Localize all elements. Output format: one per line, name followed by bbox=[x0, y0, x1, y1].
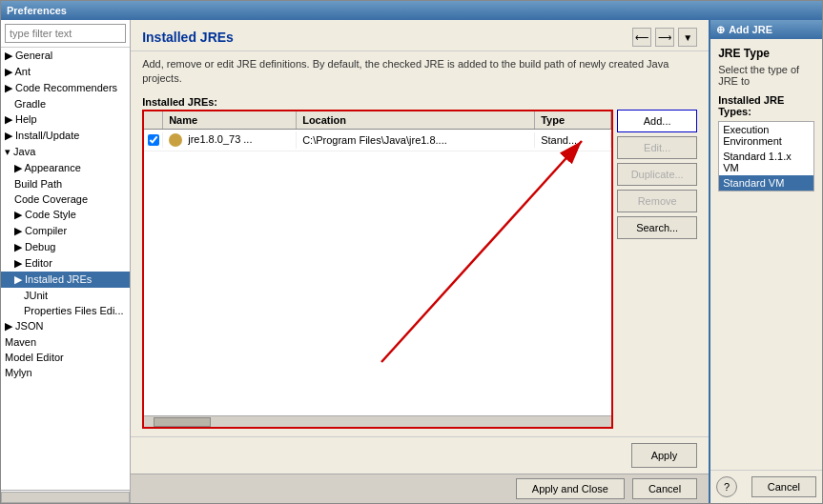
sidebar-item-installed-jres[interactable]: ▶ Installed JREs bbox=[1, 272, 130, 288]
filter-input[interactable] bbox=[5, 24, 126, 43]
jre-name-text: jre1.8.0_73 ... bbox=[188, 133, 252, 145]
type-col-header: Type bbox=[535, 111, 611, 129]
sidebar-item-help[interactable]: ▶ Help bbox=[1, 111, 130, 128]
sidebar-item-properties-files-edi[interactable]: Properties Files Edi... bbox=[1, 303, 130, 318]
jre-table-container: Name Location Type bbox=[142, 110, 613, 429]
panel-toolbar: ⟵ ⟶ ▼ bbox=[632, 28, 697, 47]
panel-header: Installed JREs ⟵ ⟶ ▼ bbox=[131, 20, 709, 51]
back-button[interactable]: ⟵ bbox=[632, 28, 651, 47]
checkbox-col-header bbox=[144, 111, 163, 129]
add-jre-title-bar: ⊕ Add JRE bbox=[710, 20, 822, 39]
main-content: ▶ General▶ Ant▶ Code Recommenders Gradle… bbox=[1, 20, 822, 503]
right-panel-content: JRE Type Select the type of JRE to Insta… bbox=[710, 39, 822, 470]
panel-title: Installed JREs bbox=[142, 30, 234, 45]
sidebar-item-installupdate[interactable]: ▶ Install/Update bbox=[1, 128, 130, 144]
installed-jre-types-label: Installed JRE Types: bbox=[718, 94, 814, 117]
checkbox-col[interactable] bbox=[144, 132, 163, 148]
sidebar-item-build-path[interactable]: Build Path bbox=[1, 176, 130, 192]
cancel-button[interactable]: Cancel bbox=[632, 478, 697, 499]
sidebar-hscroll[interactable] bbox=[1, 492, 130, 503]
sidebar: ▶ General▶ Ant▶ Code Recommenders Gradle… bbox=[1, 20, 131, 503]
sidebar-item-editor[interactable]: ▶ Editor bbox=[1, 255, 130, 272]
jre-type-title: JRE Type bbox=[718, 47, 814, 60]
table-row[interactable]: jre1.8.0_73 ... C:\Program Files\Java\jr… bbox=[144, 130, 611, 151]
sidebar-item-model-editor[interactable]: Model Editor bbox=[1, 350, 130, 365]
jre-name-cell: jre1.8.0_73 ... bbox=[163, 131, 297, 149]
edit-button[interactable]: Edit... bbox=[617, 136, 697, 159]
sidebar-item-ant[interactable]: ▶ Ant bbox=[1, 64, 130, 80]
remove-button[interactable]: Remove bbox=[617, 190, 697, 212]
forward-button[interactable]: ⟶ bbox=[655, 28, 674, 47]
sidebar-item-code-recommenders[interactable]: ▶ Code Recommenders bbox=[1, 80, 130, 96]
sidebar-item-junit[interactable]: JUnit bbox=[1, 288, 130, 303]
jre-type-item[interactable]: Execution Environment bbox=[719, 122, 813, 149]
hscroll-thumb[interactable] bbox=[154, 417, 211, 427]
sidebar-item-compiler[interactable]: ▶ Compiler bbox=[1, 223, 130, 239]
sidebar-item-general[interactable]: ▶ General bbox=[1, 48, 130, 64]
jre-table-body: jre1.8.0_73 ... C:\Program Files\Java\jr… bbox=[144, 130, 611, 415]
title-bar: Preferences bbox=[1, 1, 822, 20]
right-cancel-button[interactable]: Cancel bbox=[751, 476, 816, 497]
jre-location-cell: C:\Program Files\Java\jre1.8.... bbox=[297, 132, 535, 148]
bottom-buttons: Apply and Close Cancel bbox=[131, 474, 709, 503]
window-title: Preferences bbox=[7, 5, 67, 16]
sidebar-bottom bbox=[1, 490, 130, 503]
jre-type-item[interactable]: Standard VM bbox=[719, 175, 813, 191]
apply-bar: Apply bbox=[131, 436, 709, 474]
sidebar-filter-area bbox=[1, 20, 130, 48]
jre-type-item[interactable]: Standard 1.1.x VM bbox=[719, 149, 813, 175]
jre-table-and-buttons: Name Location Type bbox=[142, 110, 697, 429]
apply-button[interactable]: Apply bbox=[631, 443, 698, 468]
dropdown-button[interactable]: ▼ bbox=[678, 28, 697, 47]
add-jre-icon: ⊕ bbox=[716, 24, 725, 36]
sidebar-tree: ▶ General▶ Ant▶ Code Recommenders Gradle… bbox=[1, 48, 130, 490]
jre-section: Name Location Type bbox=[142, 110, 697, 429]
sidebar-item-maven[interactable]: Maven bbox=[1, 334, 130, 350]
preferences-window: Preferences ▶ General▶ Ant▶ Code Recomme… bbox=[0, 0, 823, 504]
duplicate-button[interactable]: Duplicate... bbox=[617, 163, 697, 186]
jre-action-buttons: Add... Edit... Duplicate... Remove Searc… bbox=[617, 110, 697, 239]
sidebar-item-debug[interactable]: ▶ Debug bbox=[1, 239, 130, 255]
jre-type-cell: Stand... bbox=[535, 132, 611, 148]
jre-checkbox[interactable] bbox=[148, 134, 159, 146]
right-bottom-actions: Cancel bbox=[751, 476, 816, 497]
apply-and-close-button[interactable]: Apply and Close bbox=[516, 478, 625, 499]
location-col-header: Location bbox=[297, 111, 535, 129]
sidebar-item-json[interactable]: ▶ JSON bbox=[1, 318, 130, 334]
jre-types-list: Execution EnvironmentStandard 1.1.x VMSt… bbox=[718, 121, 814, 192]
add-jre-panel: ⊕ Add JRE JRE Type Select the type of JR… bbox=[709, 20, 822, 503]
name-col-header: Name bbox=[163, 111, 297, 129]
sidebar-item-java[interactable]: ▾ Java bbox=[1, 144, 130, 160]
add-button[interactable]: Add... bbox=[617, 110, 697, 132]
center-panel: Installed JREs ⟵ ⟶ ▼ Add, remove or edit… bbox=[131, 20, 709, 503]
panel-description: Add, remove or edit JRE definitions. By … bbox=[131, 51, 709, 92]
sidebar-item-mylyn[interactable]: Mylyn bbox=[1, 365, 130, 380]
search-button[interactable]: Search... bbox=[617, 216, 697, 239]
help-button[interactable]: ? bbox=[716, 476, 737, 497]
sidebar-item-appearance[interactable]: ▶ Appearance bbox=[1, 160, 130, 176]
jre-icon bbox=[169, 133, 182, 147]
table-hscroll[interactable] bbox=[144, 415, 611, 427]
jre-table-header: Name Location Type bbox=[144, 111, 611, 130]
sidebar-item-code-style[interactable]: ▶ Code Style bbox=[1, 207, 130, 223]
sidebar-item-code-coverage[interactable]: Code Coverage bbox=[1, 192, 130, 207]
add-jre-title: Add JRE bbox=[729, 24, 772, 35]
right-panel-bottom: ? Cancel bbox=[710, 470, 822, 503]
installed-jres-label: Installed JREs: bbox=[131, 92, 709, 110]
jre-type-description: Select the type of JRE to bbox=[718, 64, 814, 87]
sidebar-item-gradle[interactable]: Gradle bbox=[1, 96, 130, 111]
